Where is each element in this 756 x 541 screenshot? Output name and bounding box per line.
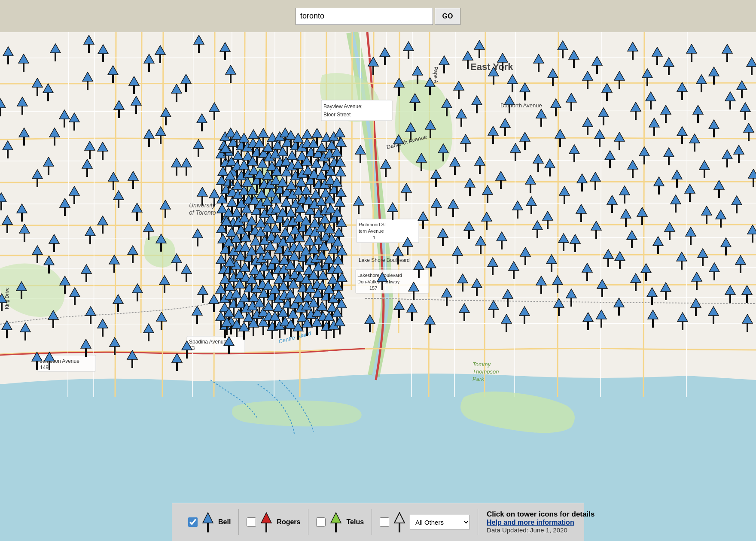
others-select[interactable]: All Others Bell Rogers Telus Shaw Videot… <box>410 515 470 529</box>
svg-rect-1258 <box>207 523 209 532</box>
top-bar: toronto GO <box>0 0 756 32</box>
svg-text:Thompson: Thompson <box>472 368 499 375</box>
svg-marker-1257 <box>203 513 213 523</box>
help-link[interactable]: Help and more information <box>487 519 594 526</box>
svg-marker-1259 <box>261 513 271 523</box>
bell-label[interactable]: Bell <box>218 518 231 526</box>
svg-rect-1264 <box>399 523 400 532</box>
svg-text:Tommy: Tommy <box>472 361 491 368</box>
svg-text:East York: East York <box>470 61 513 72</box>
date-updated-text: Data Updated: June 1, 2020 <box>487 526 567 534</box>
legend-item-others: All Others Bell Rogers Telus Shaw Videot… <box>372 509 478 535</box>
svg-text:Park: Park <box>472 376 485 382</box>
svg-text:Jameson Avenue: Jameson Avenue <box>40 358 79 364</box>
others-checkbox[interactable] <box>380 517 389 527</box>
svg-text:Lake Shore Boulevard: Lake Shore Boulevard <box>359 257 410 263</box>
svg-text:of Toronto: of Toronto <box>189 209 216 216</box>
svg-text:Lakeshore Boulevard: Lakeshore Boulevard <box>357 273 402 278</box>
telus-checkbox[interactable] <box>316 517 326 527</box>
bell-checkbox[interactable] <box>188 517 198 527</box>
go-button[interactable]: GO <box>435 8 460 25</box>
map-container: East York Bayview Avenue; Bloor Street D… <box>0 32 756 541</box>
svg-text:Pape A...: Pape A... <box>433 67 439 88</box>
svg-text:tern Avenue: tern Avenue <box>359 228 384 234</box>
svg-text:157: 157 <box>369 286 377 291</box>
rogers-tower-icon <box>259 512 273 532</box>
rogers-label[interactable]: Rogers <box>277 518 300 526</box>
svg-rect-1260 <box>265 523 267 532</box>
svg-text:Centre: Centre <box>271 317 285 322</box>
svg-text:53: 53 <box>189 345 195 351</box>
legend-item-telus: Telus <box>308 509 372 535</box>
svg-text:University: University <box>189 202 216 209</box>
svg-marker-1263 <box>394 513 405 523</box>
svg-rect-3 <box>228 247 245 260</box>
svg-text:King Drive: King Drive <box>4 287 9 309</box>
telus-tower-icon <box>329 512 343 532</box>
svg-rect-8 <box>292 247 309 260</box>
svg-text:Don-Valley Parkway: Don-Valley Parkway <box>357 279 400 284</box>
svg-rect-2 <box>249 230 266 243</box>
svg-rect-1262 <box>335 523 337 532</box>
rogers-checkbox[interactable] <box>247 517 256 527</box>
svg-rect-1 <box>228 230 245 243</box>
svg-text:Danforth Avenue: Danforth Avenue <box>500 102 542 109</box>
legend-bar: Bell Rogers Telus All Others Bell Rogers… <box>172 503 584 541</box>
svg-text:55: 55 <box>271 323 276 328</box>
telus-label[interactable]: Telus <box>346 518 364 526</box>
legend-item-bell: Bell <box>180 509 239 535</box>
svg-rect-5 <box>271 230 288 243</box>
others-tower-icon <box>393 512 406 532</box>
svg-text:Bloor Street: Bloor Street <box>323 112 351 118</box>
legend-info: Click on tower icons for details Help an… <box>478 508 603 537</box>
svg-text:Richmond St: Richmond St <box>359 222 386 227</box>
svg-rect-6 <box>292 230 309 243</box>
svg-text:1: 1 <box>373 235 375 240</box>
svg-rect-7 <box>271 247 288 260</box>
legend-item-rogers: Rogers <box>239 509 308 535</box>
svg-rect-4 <box>249 247 266 260</box>
bell-tower-icon <box>201 512 215 532</box>
svg-text:149: 149 <box>40 365 49 371</box>
search-input[interactable]: toronto <box>296 8 433 25</box>
svg-text:Bayview Avenue;: Bayview Avenue; <box>323 103 363 109</box>
map-svg: East York Bayview Avenue; Bloor Street D… <box>0 32 756 541</box>
svg-text:Spadina Avenue: Spadina Avenue <box>189 339 227 345</box>
click-info-text: Click on tower icons for details <box>487 510 594 518</box>
svg-marker-1261 <box>331 513 341 523</box>
